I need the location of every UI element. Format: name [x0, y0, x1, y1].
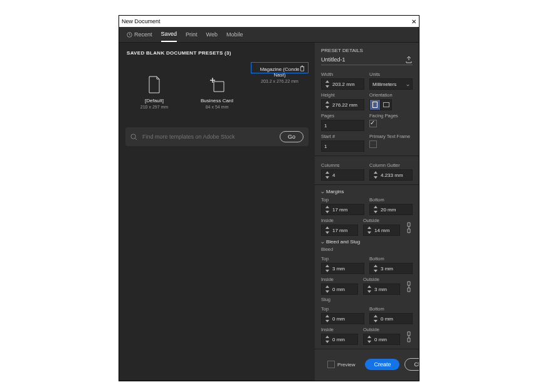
slug-header: Slug	[321, 297, 413, 302]
ptf-label: Primary Text Frame	[369, 134, 413, 139]
margin-inside-input[interactable]: 17 mm	[321, 225, 358, 236]
window-title: New Document	[122, 18, 161, 24]
document-name-input[interactable]	[321, 56, 405, 63]
link-slug-icon[interactable]	[405, 330, 413, 344]
width-input[interactable]: 203.2 mm	[321, 78, 364, 90]
stepper-icon	[324, 80, 330, 88]
slug-outside-input[interactable]: 0 mm	[363, 334, 400, 345]
bleed-slug-toggle[interactable]: Bleed and Slug	[321, 239, 413, 245]
orientation-label: Orientation	[369, 92, 413, 98]
margin-outside-input[interactable]: 14 mm	[363, 225, 400, 236]
start-label: Start #	[321, 134, 364, 139]
bleed-header: Bleed	[321, 246, 413, 252]
start-input[interactable]: 1	[321, 140, 364, 152]
height-label: Height	[321, 92, 364, 98]
tab-web[interactable]: Web	[206, 31, 218, 42]
save-preset-icon[interactable]	[405, 56, 413, 63]
page-custom-icon	[208, 75, 226, 94]
gutter-label: Column Gutter	[369, 162, 413, 168]
units-label: Units	[369, 72, 413, 77]
margin-top-input[interactable]: 17 mm	[321, 204, 364, 215]
facing-label: Facing Pages	[369, 113, 413, 119]
search-input[interactable]	[142, 134, 275, 140]
preset-default[interactable]: [Default] 210 x 297 mm	[125, 62, 183, 122]
tab-recent[interactable]: Recent	[127, 31, 152, 42]
section-header: SAVED BLANK DOCUMENT PRESETS (3)	[119, 43, 315, 62]
pages-input[interactable]: 1	[321, 120, 364, 131]
search-icon	[130, 134, 137, 140]
width-label: Width	[321, 72, 364, 77]
preset-size: 203.2 x 276.22 mm	[261, 79, 298, 83]
preset-size: 84 x 54 mm	[206, 105, 229, 109]
preset-size: 210 x 297 mm	[140, 105, 168, 109]
create-button[interactable]: Create	[365, 359, 399, 370]
primary-text-frame-checkbox[interactable]	[369, 140, 377, 148]
svg-rect-3	[384, 103, 389, 107]
category-tabs: Recent Saved Print Web Mobile	[119, 27, 419, 43]
height-input[interactable]: 276.22 mm	[321, 99, 364, 110]
close-icon[interactable]: ✕	[411, 18, 416, 25]
orientation-landscape[interactable]	[381, 99, 392, 110]
bleed-inside-input[interactable]: 0 mm	[321, 283, 358, 295]
titlebar: New Document ✕	[119, 16, 419, 27]
stepper-icon	[324, 101, 330, 109]
preset-name: Business Card	[201, 98, 233, 103]
close-button[interactable]: Close	[404, 358, 419, 371]
details-header: PRESET DETAILS	[321, 48, 413, 53]
chevron-down-icon: ⌵	[406, 82, 409, 87]
search-bar: Go	[125, 127, 309, 146]
pages-label: Pages	[321, 113, 364, 119]
slug-inside-input[interactable]: 0 mm	[321, 334, 358, 345]
units-select[interactable]: Millimeters⌵	[369, 78, 413, 90]
stepper-icon	[372, 171, 379, 179]
preview-checkbox[interactable]	[327, 361, 335, 368]
facing-pages-checkbox[interactable]	[369, 120, 377, 127]
preset-name: [Default]	[145, 98, 164, 103]
preset-name: Magazine (Conde Nast)	[254, 66, 305, 78]
bleed-top-input[interactable]: 3 mm	[321, 263, 364, 274]
slug-top-input[interactable]: 0 mm	[321, 313, 364, 324]
tab-mobile[interactable]: Mobile	[226, 31, 243, 42]
preview-toggle[interactable]: Preview	[327, 361, 355, 368]
svg-point-1	[131, 134, 135, 138]
link-margins-icon[interactable]	[405, 221, 413, 235]
clock-icon	[127, 32, 132, 38]
slug-bottom-input[interactable]: 0 mm	[369, 313, 413, 324]
margin-bottom-input[interactable]: 20 mm	[369, 204, 413, 215]
preset-details-panel: PRESET DETAILS Width 203.2 mm Units Mill…	[315, 43, 419, 381]
preset-magazine[interactable]: Magazine (Conde Nast) 203.2 x 276.22 mm	[251, 62, 309, 73]
orientation-portrait[interactable]	[369, 99, 381, 110]
gutter-input[interactable]: 4.233 mm	[369, 169, 413, 181]
bleed-bottom-input[interactable]: 3 mm	[369, 263, 413, 274]
margins-toggle[interactable]: Margins	[321, 189, 413, 194]
link-bleed-icon[interactable]	[405, 280, 413, 294]
preset-business-card[interactable]: Business Card 84 x 54 mm	[188, 62, 246, 122]
columns-input[interactable]: 4	[321, 169, 364, 181]
bleed-outside-input[interactable]: 3 mm	[363, 283, 400, 295]
tab-saved[interactable]: Saved	[161, 31, 177, 42]
trash-icon[interactable]	[299, 65, 305, 72]
columns-label: Columns	[321, 162, 364, 168]
tab-print[interactable]: Print	[186, 31, 198, 42]
go-button[interactable]: Go	[280, 131, 303, 142]
new-document-dialog: New Document ✕ Recent Saved Print Web Mo…	[119, 15, 420, 381]
page-icon	[147, 75, 162, 94]
stepper-icon	[324, 171, 330, 179]
svg-rect-2	[373, 102, 377, 108]
